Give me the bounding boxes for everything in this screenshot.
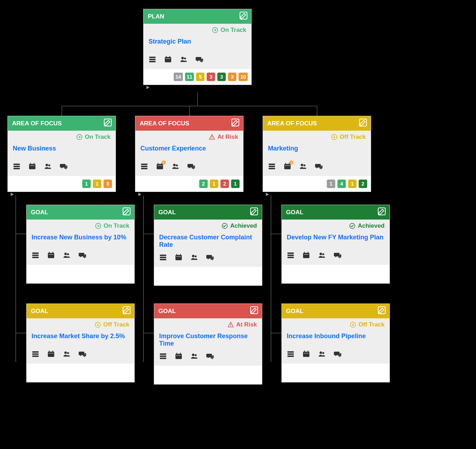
- comments-icon[interactable]: [60, 163, 67, 171]
- card-type-label: AREA OF FOCUS: [140, 120, 189, 127]
- count-badge[interactable]: 3: [207, 73, 215, 81]
- status-row: At Risk: [154, 318, 262, 330]
- card-title-link[interactable]: Strategic Plan: [149, 38, 191, 45]
- comments-icon[interactable]: [195, 56, 203, 64]
- calendar-icon[interactable]: [175, 254, 183, 262]
- card-header: AREA OF FOCUS: [8, 116, 116, 131]
- calendar-icon[interactable]: [47, 251, 55, 260]
- comments-icon[interactable]: [206, 352, 214, 361]
- list-icon[interactable]: [149, 56, 156, 64]
- count-badge[interactable]: 3: [228, 73, 236, 81]
- list-icon[interactable]: [140, 163, 148, 171]
- count-badge[interactable]: 1: [93, 180, 101, 188]
- calendar-icon[interactable]: !: [156, 163, 164, 171]
- count-badge[interactable]: 1: [231, 180, 240, 188]
- status-text: On Track: [85, 133, 111, 141]
- calendar-icon[interactable]: [302, 251, 310, 260]
- count-badge[interactable]: 1: [82, 180, 91, 188]
- comments-icon[interactable]: [334, 350, 341, 359]
- calendar-icon[interactable]: [175, 352, 183, 361]
- footer-blank: [27, 265, 134, 283]
- comments-icon[interactable]: [78, 350, 86, 359]
- comments-icon[interactable]: [206, 254, 214, 262]
- card-title-link[interactable]: Develop New FY Marketing Plan: [287, 234, 383, 241]
- edit-icon[interactable]: [250, 306, 258, 316]
- calendar-icon[interactable]: [164, 56, 172, 64]
- edit-icon[interactable]: [122, 207, 131, 217]
- count-badge[interactable]: 14: [174, 73, 183, 81]
- count-badge[interactable]: 1: [327, 180, 335, 188]
- calendar-icon[interactable]: [47, 350, 55, 359]
- status-row: Off Track: [263, 131, 371, 142]
- calendar-icon[interactable]: [28, 163, 36, 171]
- count-badge[interactable]: 3: [103, 180, 112, 188]
- count-badge[interactable]: 11: [185, 73, 194, 81]
- list-icon[interactable]: [159, 254, 167, 262]
- status-arrow-down-icon: [331, 134, 337, 140]
- edit-icon[interactable]: [250, 207, 258, 217]
- card-header: GOAL: [154, 304, 262, 318]
- status-arrow-right-icon: [212, 27, 218, 33]
- card-title-link[interactable]: New Business: [13, 145, 56, 152]
- users-icon[interactable]: [63, 251, 71, 260]
- count-badge[interactable]: 1: [210, 180, 218, 188]
- badge-row: 2 1 2 1 ▶: [135, 176, 243, 192]
- goal-card: GOAL Achieved Decrease Customer Complain…: [154, 205, 262, 286]
- list-icon[interactable]: [287, 251, 295, 260]
- expand-caret-icon[interactable]: ▶: [138, 192, 141, 197]
- status-row: On Track: [27, 220, 134, 231]
- badge-row: 1 4 1 2 ▶: [263, 176, 371, 192]
- users-icon[interactable]: [172, 163, 179, 171]
- users-icon[interactable]: [180, 56, 187, 64]
- comments-icon[interactable]: [78, 251, 86, 260]
- status-text: On Track: [220, 27, 246, 34]
- count-badge[interactable]: 2: [220, 180, 229, 188]
- count-badge[interactable]: 1: [348, 180, 357, 188]
- card-header: AREA OF FOCUS: [263, 116, 371, 131]
- edit-icon[interactable]: [231, 118, 240, 129]
- count-badge[interactable]: 3: [217, 73, 226, 81]
- edit-icon[interactable]: [103, 118, 112, 129]
- calendar-icon[interactable]: [302, 350, 310, 359]
- list-icon[interactable]: [13, 163, 21, 171]
- edit-icon[interactable]: [377, 306, 386, 316]
- card-title-link[interactable]: Increase Inbound Pipeline: [287, 333, 366, 340]
- calendar-icon[interactable]: !: [284, 163, 291, 171]
- edit-icon[interactable]: [359, 118, 367, 129]
- count-badge[interactable]: 5: [196, 73, 205, 81]
- users-icon[interactable]: [190, 254, 198, 262]
- comments-icon[interactable]: [334, 251, 341, 260]
- card-title-link[interactable]: Customer Experience: [140, 145, 206, 152]
- icon-row: [154, 254, 262, 267]
- users-icon[interactable]: [318, 350, 326, 359]
- users-icon[interactable]: [299, 163, 307, 171]
- card-title-link[interactable]: Improve Customer Response Time: [159, 333, 248, 347]
- users-icon[interactable]: [318, 251, 326, 260]
- expand-caret-icon[interactable]: ▶: [266, 192, 269, 197]
- comments-icon[interactable]: [315, 163, 323, 171]
- list-icon[interactable]: [32, 251, 39, 260]
- expand-caret-icon[interactable]: ▶: [146, 85, 150, 90]
- comments-icon[interactable]: [187, 163, 195, 171]
- list-icon[interactable]: [268, 163, 276, 171]
- list-icon[interactable]: [32, 350, 39, 359]
- card-type-label: GOAL: [158, 209, 176, 216]
- edit-icon[interactable]: [122, 306, 131, 316]
- users-icon[interactable]: [190, 352, 198, 361]
- card-title-link[interactable]: Marketing: [268, 145, 298, 152]
- users-icon[interactable]: [44, 163, 52, 171]
- expand-caret-icon[interactable]: ▶: [11, 192, 14, 197]
- users-icon[interactable]: [63, 350, 71, 359]
- edit-icon[interactable]: [239, 11, 248, 22]
- card-title-link[interactable]: Decrease Customer Complaint Rate: [159, 234, 252, 248]
- list-icon[interactable]: [287, 350, 295, 359]
- card-title-link[interactable]: Increase New Business by 10%: [32, 234, 126, 241]
- count-badge[interactable]: 2: [359, 180, 367, 188]
- count-badge[interactable]: 4: [337, 180, 346, 188]
- edit-icon[interactable]: [377, 207, 386, 217]
- count-badge[interactable]: 2: [199, 180, 208, 188]
- list-icon[interactable]: [159, 352, 167, 361]
- icon-row: [282, 350, 390, 364]
- card-title-link[interactable]: Increase Market Share by 2.5%: [32, 333, 125, 340]
- count-badge[interactable]: 10: [239, 73, 248, 81]
